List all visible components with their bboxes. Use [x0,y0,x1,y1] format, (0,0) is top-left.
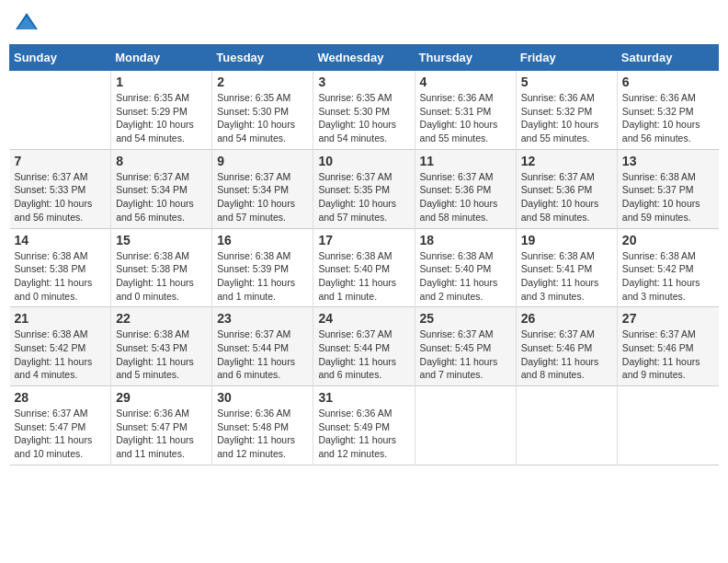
day-number: 7 [15,154,107,168]
day-cell: 13Sunrise: 6:38 AMSunset: 5:37 PMDayligh… [617,149,718,228]
day-number: 26 [521,311,612,326]
calendar-header: SundayMondayTuesdayWednesdayThursdayFrid… [10,45,719,71]
day-info: Sunrise: 6:38 AMSunset: 5:37 PMDaylight:… [622,170,714,224]
calendar-table: SundayMondayTuesdayWednesdayThursdayFrid… [9,44,719,465]
day-info: Sunrise: 6:37 AMSunset: 5:46 PMDaylight:… [521,327,612,382]
week-row-5: 28Sunrise: 6:37 AMSunset: 5:47 PMDayligh… [10,386,719,465]
day-cell: 15Sunrise: 6:38 AMSunset: 5:38 PMDayligh… [111,228,212,307]
column-header-thursday: Thursday [415,45,516,71]
day-number: 20 [622,233,714,247]
day-number: 13 [622,154,714,168]
day-number: 1 [116,75,207,89]
day-cell: 17Sunrise: 6:38 AMSunset: 5:40 PMDayligh… [313,228,415,307]
day-info: Sunrise: 6:37 AMSunset: 5:44 PMDaylight:… [217,327,308,382]
day-number: 3 [318,75,409,89]
day-cell: 20Sunrise: 6:38 AMSunset: 5:42 PMDayligh… [617,228,718,307]
day-info: Sunrise: 6:38 AMSunset: 5:41 PMDaylight:… [521,249,612,304]
day-cell: 21Sunrise: 6:38 AMSunset: 5:42 PMDayligh… [10,307,111,386]
day-info: Sunrise: 6:38 AMSunset: 5:40 PMDaylight:… [420,249,511,304]
day-info: Sunrise: 6:38 AMSunset: 5:38 PMDaylight:… [116,249,207,304]
week-row-1: 1Sunrise: 6:35 AMSunset: 5:29 PMDaylight… [10,71,719,150]
day-cell: 25Sunrise: 6:37 AMSunset: 5:45 PMDayligh… [415,307,516,386]
day-info: Sunrise: 6:38 AMSunset: 5:39 PMDaylight:… [217,249,308,304]
day-cell [10,71,111,150]
column-header-sunday: Sunday [10,45,111,71]
day-info: Sunrise: 6:35 AMSunset: 5:30 PMDaylight:… [318,91,409,145]
day-cell: 5Sunrise: 6:36 AMSunset: 5:32 PMDaylight… [516,71,617,150]
day-cell: 3Sunrise: 6:35 AMSunset: 5:30 PMDaylight… [313,71,415,150]
day-number: 24 [318,311,409,326]
page-header [9,9,719,35]
day-info: Sunrise: 6:35 AMSunset: 5:29 PMDaylight:… [116,91,207,145]
day-number: 4 [420,75,511,89]
week-row-3: 14Sunrise: 6:38 AMSunset: 5:38 PMDayligh… [10,228,719,307]
day-number: 23 [217,311,308,326]
day-number: 15 [116,233,207,247]
day-info: Sunrise: 6:36 AMSunset: 5:32 PMDaylight:… [521,91,612,145]
day-info: Sunrise: 6:38 AMSunset: 5:42 PMDaylight:… [622,249,714,304]
day-cell: 6Sunrise: 6:36 AMSunset: 5:32 PMDaylight… [617,71,718,150]
day-info: Sunrise: 6:35 AMSunset: 5:30 PMDaylight:… [217,91,308,145]
day-cell: 7Sunrise: 6:37 AMSunset: 5:33 PMDaylight… [10,149,111,228]
day-cell: 4Sunrise: 6:36 AMSunset: 5:31 PMDaylight… [415,71,516,150]
column-header-monday: Monday [111,45,212,71]
column-header-wednesday: Wednesday [313,45,415,71]
week-row-4: 21Sunrise: 6:38 AMSunset: 5:42 PMDayligh… [10,307,719,386]
day-cell: 14Sunrise: 6:38 AMSunset: 5:38 PMDayligh… [10,228,111,307]
logo [14,9,43,35]
day-cell: 18Sunrise: 6:38 AMSunset: 5:40 PMDayligh… [415,228,516,307]
day-cell: 24Sunrise: 6:37 AMSunset: 5:44 PMDayligh… [313,307,415,386]
day-info: Sunrise: 6:37 AMSunset: 5:36 PMDaylight:… [420,170,511,224]
calendar-body: 1Sunrise: 6:35 AMSunset: 5:29 PMDaylight… [10,71,719,465]
day-number: 9 [217,154,308,168]
day-number: 16 [217,233,308,247]
day-cell: 10Sunrise: 6:37 AMSunset: 5:35 PMDayligh… [313,149,415,228]
day-info: Sunrise: 6:37 AMSunset: 5:45 PMDaylight:… [420,327,511,382]
day-number: 18 [420,233,511,247]
day-cell: 16Sunrise: 6:38 AMSunset: 5:39 PMDayligh… [212,228,313,307]
logo-icon [14,9,40,35]
day-number: 31 [318,390,409,405]
day-number: 28 [15,390,107,405]
day-cell: 19Sunrise: 6:38 AMSunset: 5:41 PMDayligh… [516,228,617,307]
day-number: 14 [15,233,107,247]
day-number: 8 [116,154,207,168]
day-info: Sunrise: 6:36 AMSunset: 5:32 PMDaylight:… [622,91,714,145]
day-info: Sunrise: 6:36 AMSunset: 5:31 PMDaylight:… [420,91,511,145]
day-cell: 2Sunrise: 6:35 AMSunset: 5:30 PMDaylight… [212,71,313,150]
day-number: 29 [116,390,207,405]
day-cell: 9Sunrise: 6:37 AMSunset: 5:34 PMDaylight… [212,149,313,228]
day-cell [617,386,718,465]
day-number: 22 [116,311,207,326]
day-info: Sunrise: 6:36 AMSunset: 5:49 PMDaylight:… [318,407,409,461]
day-cell: 8Sunrise: 6:37 AMSunset: 5:34 PMDaylight… [111,149,212,228]
day-info: Sunrise: 6:37 AMSunset: 5:33 PMDaylight:… [15,170,107,224]
column-header-tuesday: Tuesday [212,45,313,71]
day-number: 27 [622,311,714,326]
day-cell: 30Sunrise: 6:36 AMSunset: 5:48 PMDayligh… [212,386,313,465]
day-info: Sunrise: 6:37 AMSunset: 5:47 PMDaylight:… [15,407,107,461]
day-info: Sunrise: 6:37 AMSunset: 5:35 PMDaylight:… [318,170,409,224]
column-header-saturday: Saturday [617,45,718,71]
day-number: 6 [622,75,714,89]
day-number: 19 [521,233,612,247]
day-number: 10 [318,154,409,168]
day-info: Sunrise: 6:38 AMSunset: 5:40 PMDaylight:… [318,249,409,304]
week-row-2: 7Sunrise: 6:37 AMSunset: 5:33 PMDaylight… [10,149,719,228]
day-cell: 29Sunrise: 6:36 AMSunset: 5:47 PMDayligh… [111,386,212,465]
day-info: Sunrise: 6:38 AMSunset: 5:38 PMDaylight:… [15,249,107,304]
day-cell: 27Sunrise: 6:37 AMSunset: 5:46 PMDayligh… [617,307,718,386]
day-info: Sunrise: 6:37 AMSunset: 5:46 PMDaylight:… [622,327,714,382]
day-info: Sunrise: 6:37 AMSunset: 5:36 PMDaylight:… [521,170,612,224]
day-number: 2 [217,75,308,89]
day-number: 12 [521,154,612,168]
day-cell [415,386,516,465]
day-number: 30 [217,390,308,405]
day-cell: 31Sunrise: 6:36 AMSunset: 5:49 PMDayligh… [313,386,415,465]
day-info: Sunrise: 6:37 AMSunset: 5:34 PMDaylight:… [116,170,207,224]
day-number: 21 [15,311,107,326]
day-cell: 11Sunrise: 6:37 AMSunset: 5:36 PMDayligh… [415,149,516,228]
day-cell: 23Sunrise: 6:37 AMSunset: 5:44 PMDayligh… [212,307,313,386]
column-header-friday: Friday [516,45,617,71]
day-info: Sunrise: 6:36 AMSunset: 5:47 PMDaylight:… [116,407,207,461]
